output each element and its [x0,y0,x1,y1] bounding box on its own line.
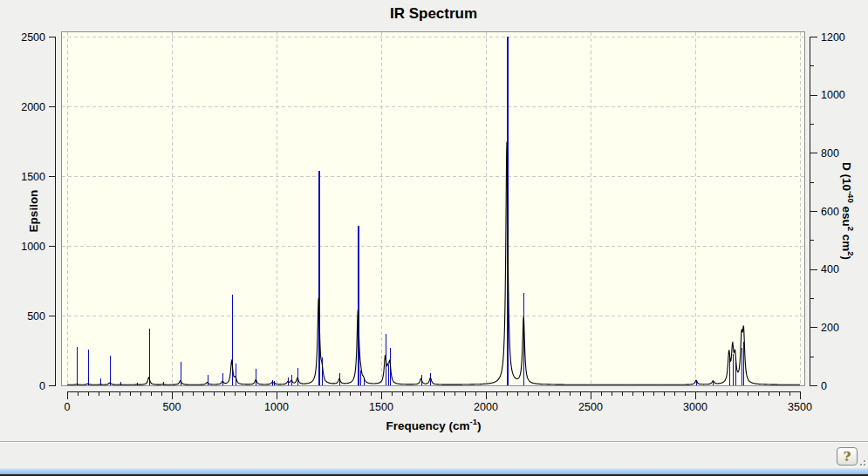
svg-text:2500: 2500 [578,401,603,413]
y-axis-left-label: Epsilon [27,190,40,233]
svg-text:500: 500 [27,310,45,323]
svg-text:1000: 1000 [21,241,45,253]
x-axis-label: Frequency (cm-1) [386,417,482,432]
svg-text:1500: 1500 [369,401,393,413]
resize-grip-icon[interactable] [858,458,866,466]
svg-text:1500: 1500 [21,171,45,183]
x-axis [67,392,801,400]
x-axis-tick-labels: 0500100015002000250030003500 [65,401,812,413]
spectrum-panel: IR Spectrum 0500100015002000250030003500… [0,0,868,441]
svg-text:0: 0 [821,380,827,392]
help-question-icon: ? [844,451,851,463]
svg-text:800: 800 [821,147,839,160]
svg-text:400: 400 [821,263,839,275]
svg-text:1000: 1000 [821,89,845,101]
y-axis-left [49,37,56,386]
svg-text:0: 0 [65,401,71,413]
svg-text:200: 200 [821,322,839,334]
svg-text:2000: 2000 [21,101,45,113]
svg-text:1000: 1000 [264,401,289,413]
svg-text:2000: 2000 [474,401,498,413]
svg-text:2500: 2500 [21,31,45,44]
svg-text:500: 500 [163,401,181,413]
svg-text:0: 0 [39,380,45,392]
svg-text:3000: 3000 [683,401,707,413]
ir-spectrum-chart[interactable]: 0500100015002000250030003500050010001500… [0,0,868,441]
help-button[interactable]: ? [837,447,858,466]
y-axis-right-label: D (10-40 esu2 cm2) [840,162,856,260]
status-bar: ? [0,443,868,467]
svg-text:1200: 1200 [821,31,845,44]
svg-text:3500: 3500 [788,401,812,413]
y-axis-right [810,37,818,386]
svg-text:600: 600 [821,206,839,218]
bottom-window-edge [0,467,868,474]
